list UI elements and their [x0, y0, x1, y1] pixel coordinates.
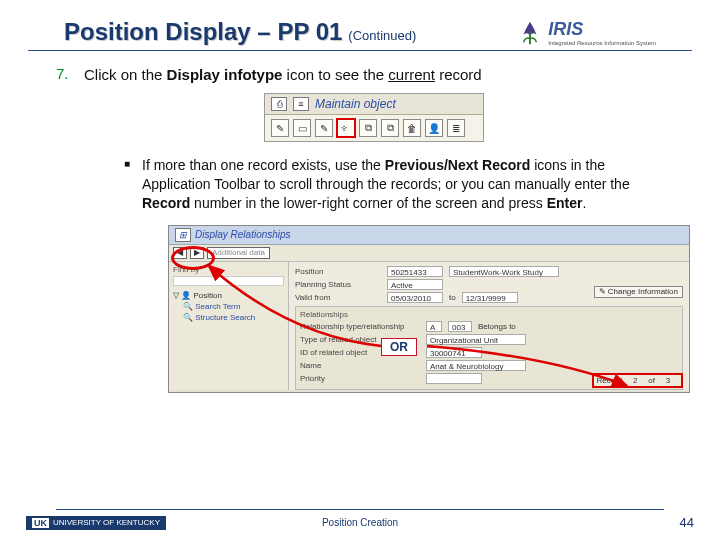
iris-logo-subtitle: Integrated Resource Information System	[548, 40, 656, 46]
relationships-section-label: Relationships	[300, 310, 678, 319]
record-number-input[interactable]: 2	[625, 376, 645, 385]
step-number: 7.	[56, 65, 69, 82]
iris-flower-icon	[516, 18, 544, 46]
toolbar-icon-1: ⎙	[271, 97, 287, 111]
maintain-object-toolbar: ⎙ ≡ Maintain object ✎ ▭ ✎ ᯤ ⧉ ⧉ 🗑 👤 ≣	[264, 93, 484, 142]
display-infotype-icon[interactable]: ᯤ	[337, 119, 355, 137]
tree-search-term[interactable]: 🔍 Search Term	[173, 301, 284, 312]
red-circle-annotation	[171, 246, 215, 270]
iris-logo-text: IRIS	[548, 19, 583, 39]
footer-title: Position Creation	[322, 517, 398, 528]
ss-app-icon: ⊞	[175, 228, 191, 242]
footer-divider	[56, 509, 664, 510]
uk-logo: UK UNIVERSITY OF KENTUCKY	[26, 516, 166, 530]
page-number: 44	[680, 515, 694, 530]
sap-screenshot: ⊞ Display Relationships ◀ ▶ Additional d…	[168, 225, 690, 393]
toolbar-btn-edit[interactable]: ✎	[315, 119, 333, 137]
continued-label: (Continued)	[348, 28, 416, 43]
iris-logo: IRIS Integrated Resource Information Sys…	[516, 18, 656, 46]
maintain-object-label: Maintain object	[315, 97, 396, 111]
toolbar-btn-copy[interactable]: ⧉	[359, 119, 377, 137]
page-title: Position Display – PP 01	[64, 18, 342, 46]
or-label: OR	[381, 338, 417, 356]
record-counter: Record 2 of 3	[592, 373, 683, 388]
toolbar-btn-list[interactable]: ≣	[447, 119, 465, 137]
sub-bullet: If more than one record exists, use the …	[84, 156, 664, 213]
tree-structure-search[interactable]: 🔍 Structure Search	[173, 312, 284, 323]
toolbar-icon-2: ≡	[293, 97, 309, 111]
toolbar-btn-delete[interactable]: 🗑	[403, 119, 421, 137]
ss-left-panel: Find by ▽ 👤 Position 🔍 Search Term 🔍 Str…	[169, 262, 289, 390]
toolbar-btn-user[interactable]: 👤	[425, 119, 443, 137]
tree-root-position[interactable]: ▽ 👤 Position	[173, 290, 284, 301]
ss-title: Display Relationships	[195, 229, 291, 240]
additional-data-tab[interactable]: Additional data	[207, 247, 270, 259]
step-text: Click on the Display infotype icon to se…	[84, 66, 482, 83]
toolbar-btn-new[interactable]: ▭	[293, 119, 311, 137]
change-information-button[interactable]: ✎Change Information	[594, 286, 683, 298]
toolbar-btn-1[interactable]: ✎	[271, 119, 289, 137]
ss-right-panel: Position50251433StudentWork-Work Study P…	[289, 262, 689, 390]
find-by-input[interactable]	[173, 276, 284, 286]
toolbar-btn-copy2[interactable]: ⧉	[381, 119, 399, 137]
